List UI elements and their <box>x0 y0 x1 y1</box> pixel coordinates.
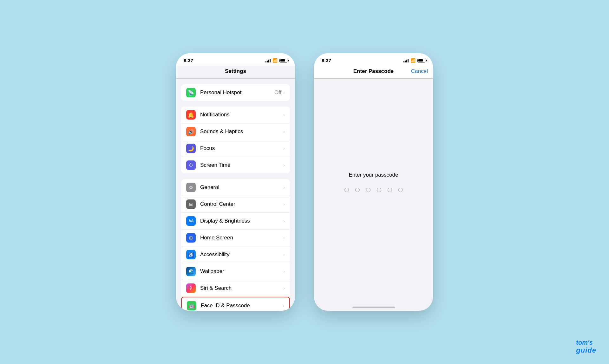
settings-title: Settings <box>181 68 290 75</box>
home-screen-icon: ⊞ <box>186 233 196 243</box>
screen-time-chevron: › <box>283 163 285 168</box>
passcode-dots <box>344 188 403 192</box>
general-label: General <box>200 184 283 191</box>
row-control-center[interactable]: ⊞ Control Center › <box>181 196 290 213</box>
signal-bars-icon-right <box>403 59 409 62</box>
faceid-chevron: › <box>283 303 284 308</box>
row-sounds-haptics[interactable]: 🔊 Sounds & Haptics › <box>181 123 290 140</box>
display-icon: AA <box>186 216 196 226</box>
row-focus[interactable]: 🌙 Focus › <box>181 140 290 157</box>
display-chevron: › <box>283 218 285 224</box>
faceid-label: Face ID & Passcode <box>201 302 283 309</box>
hotspot-label: Personal Hotspot <box>200 89 274 96</box>
control-center-chevron: › <box>283 202 285 207</box>
watermark-line2: guide <box>576 346 596 354</box>
sounds-icon: 🔊 <box>186 127 196 136</box>
status-icons-right: 📶 <box>403 58 426 63</box>
settings-header: Settings <box>176 66 295 79</box>
status-time-right: 8:37 <box>322 58 331 63</box>
passcode-dot-2 <box>355 188 360 192</box>
section-general: ⚙ General › ⊞ Control Center › <box>176 179 295 311</box>
sounds-label: Sounds & Haptics <box>200 128 283 135</box>
settings-list-general: ⚙ General › ⊞ Control Center › <box>181 179 290 311</box>
home-screen-label: Home Screen <box>200 235 283 241</box>
wallpaper-label: Wallpaper <box>200 268 283 275</box>
settings-phone: 8:37 📶 Settings 📡 <box>176 53 295 311</box>
passcode-dot-3 <box>366 188 370 192</box>
settings-list-notifications: 🔔 Notifications › 🔊 Sounds & Haptics › <box>181 107 290 173</box>
accessibility-chevron: › <box>283 252 285 257</box>
sounds-chevron: › <box>283 129 285 134</box>
display-label: Display & Brightness <box>200 218 283 224</box>
screen-time-label: Screen Time <box>200 162 283 168</box>
row-wallpaper[interactable]: 🌊 Wallpaper › <box>181 263 290 280</box>
passcode-dot-1 <box>344 188 349 192</box>
wifi-icon: 📶 <box>272 58 278 63</box>
general-chevron: › <box>283 185 285 190</box>
status-icons-left: 📶 <box>265 58 288 63</box>
screen-time-icon: ⏱ <box>186 160 196 170</box>
passcode-prompt: Enter your passcode <box>349 172 398 178</box>
faceid-icon: 🤖 <box>187 301 196 310</box>
passcode-phone: 8:37 📶 Enter Passcode Cancel Enter your … <box>314 53 433 311</box>
passcode-title: Enter Passcode <box>353 68 394 75</box>
wallpaper-icon: 🌊 <box>186 267 196 276</box>
row-notifications[interactable]: 🔔 Notifications › <box>181 107 290 123</box>
status-bar-left: 8:37 📶 <box>176 53 295 66</box>
accessibility-icon: ♿ <box>186 250 196 259</box>
watermark: tom's guide <box>576 339 596 354</box>
wallpaper-chevron: › <box>283 269 285 274</box>
battery-icon <box>279 59 287 62</box>
notifications-chevron: › <box>283 112 285 117</box>
settings-list-hotspot: 📡 Personal Hotspot Off › <box>181 84 290 101</box>
focus-icon: 🌙 <box>186 144 196 153</box>
settings-scroll[interactable]: 📡 Personal Hotspot Off › 🔔 Notifica <box>176 79 295 311</box>
row-general[interactable]: ⚙ General › <box>181 179 290 196</box>
hotspot-icon: 📡 <box>186 88 196 97</box>
row-siri-search[interactable]: 🎙 Siri & Search › <box>181 280 290 297</box>
passcode-dot-6 <box>398 188 403 192</box>
status-bar-right: 8:37 📶 <box>314 53 433 66</box>
passcode-dot-4 <box>377 188 381 192</box>
row-display-brightness[interactable]: AA Display & Brightness › <box>181 213 290 230</box>
row-home-screen[interactable]: ⊞ Home Screen › <box>181 230 290 246</box>
notifications-icon: 🔔 <box>186 110 196 120</box>
row-faceid-passcode[interactable]: 🤖 Face ID & Passcode › <box>181 297 290 311</box>
passcode-content: Enter your passcode <box>314 79 433 311</box>
battery-icon-right <box>417 59 425 62</box>
siri-icon: 🎙 <box>186 283 196 293</box>
control-center-icon: ⊞ <box>186 199 196 209</box>
siri-chevron: › <box>283 286 285 291</box>
siri-label: Siri & Search <box>200 285 283 291</box>
notifications-label: Notifications <box>200 112 283 118</box>
status-time-left: 8:37 <box>184 58 193 63</box>
focus-chevron: › <box>283 146 285 151</box>
focus-label: Focus <box>200 145 283 152</box>
signal-bars-icon <box>265 59 271 62</box>
passcode-header: Enter Passcode Cancel <box>314 66 433 79</box>
accessibility-label: Accessibility <box>200 251 283 258</box>
row-screen-time[interactable]: ⏱ Screen Time › <box>181 157 290 173</box>
home-indicator-right <box>352 307 395 308</box>
row-personal-hotspot[interactable]: 📡 Personal Hotspot Off › <box>181 84 290 101</box>
section-hotspot: 📡 Personal Hotspot Off › <box>176 84 295 101</box>
hotspot-chevron: › <box>283 90 285 95</box>
section-notifications: 🔔 Notifications › 🔊 Sounds & Haptics › <box>176 107 295 173</box>
wifi-icon-right: 📶 <box>410 58 416 63</box>
control-center-label: Control Center <box>200 201 283 207</box>
general-icon: ⚙ <box>186 183 196 192</box>
row-accessibility[interactable]: ♿ Accessibility › <box>181 246 290 263</box>
passcode-dot-5 <box>388 188 392 192</box>
watermark-line1: tom's <box>576 339 596 346</box>
hotspot-value: Off <box>274 89 281 96</box>
home-screen-chevron: › <box>283 235 285 240</box>
passcode-cancel-button[interactable]: Cancel <box>411 68 428 75</box>
